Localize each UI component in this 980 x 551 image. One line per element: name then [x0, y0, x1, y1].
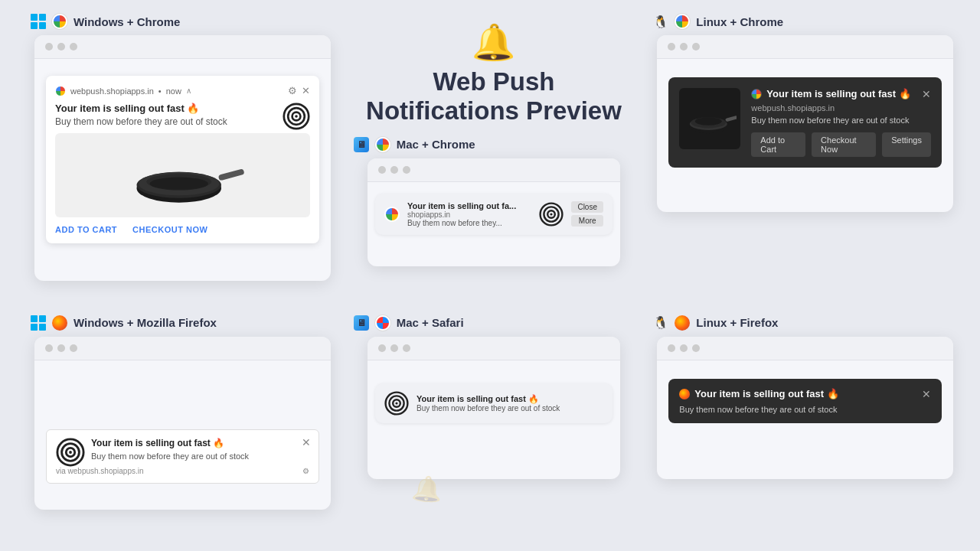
linux-firefox-title-left: Your item is selling out fast 🔥 [679, 388, 838, 399]
linux-chrome-label: 🐧 Linux + Chrome [649, 14, 961, 29]
wf-dot2 [57, 344, 65, 352]
hero-bell-icon: 🔔 [366, 21, 622, 63]
mac-chrome-notif-title: Your item is selling out fa... [407, 201, 531, 210]
chrome-small-icon [55, 86, 66, 96]
mc-dot1 [378, 166, 386, 174]
mc-dot3 [403, 166, 410, 174]
linux-notif-site: webpush.shopiapps.in [751, 103, 931, 112]
ms-dot1 [378, 344, 386, 352]
windows-chrome-browser: webpush.shopiapps.in • now ∧ ⚙ ✕ Your it… [34, 35, 331, 281]
firefox-win-notif-body-text: Buy them now before they are out of stoc… [91, 452, 309, 461]
notif-icons-wc: ⚙ ✕ [288, 85, 310, 96]
swirl-logo-mc [539, 202, 564, 227]
notif-body-wc: Buy them now before they are out of stoc… [55, 116, 276, 127]
mac-icon-safari-label: 🖥 [354, 315, 369, 331]
notif-text-wc: Your item is selling out fast 🔥 Buy them… [55, 103, 276, 133]
pan-svg [117, 137, 247, 214]
firefox-win-notif-wrapper: ✕ Your item is selling out fast 🔥 [42, 429, 323, 484]
linux-notif-body: Buy them now before they are out of stoc… [751, 116, 931, 125]
mac-chrome-notif-btns: Close More [571, 201, 603, 227]
mac-chrome-notification: Your item is selling out fa... shopiapps… [375, 194, 612, 235]
hero-title: Web Push Notifications Preview [366, 67, 622, 126]
close-icon-lf[interactable]: ✕ [922, 388, 931, 400]
lc-dot2 [680, 43, 688, 51]
lf-dot1 [668, 344, 675, 352]
checkout-now-button-lc[interactable]: Checkout Now [812, 132, 876, 157]
windows-firefox-browser: ✕ Your item is selling out fast 🔥 [34, 337, 331, 510]
windows-firefox-title: Windows + Mozilla Firefox [74, 316, 217, 329]
firefox-win-notif-text: Your item is selling out fast 🔥 Buy them… [91, 438, 309, 467]
linux-notif-image [679, 88, 740, 149]
mac-safari-notif-title: Your item is selling out fast 🔥 [416, 394, 603, 404]
linux-firefox-label: 🐧 Linux + Firefox [649, 315, 961, 331]
center-section: 🔔 Web Push Notifications Preview 🖥 Mac +… [338, 14, 650, 315]
hero-title-line1: Web Push [433, 67, 555, 96]
mac-safari-notif-text: Your item is selling out fast 🔥 Buy them… [416, 394, 603, 412]
windows-icon-ff [31, 315, 46, 331]
wf-dot3 [70, 344, 77, 352]
add-to-cart-button-wc[interactable]: ADD TO CART [55, 225, 117, 234]
dot2 [57, 43, 65, 51]
linux-icon-ff-label: 🐧 [653, 315, 668, 331]
notif-actions-wc: ADD TO CART CHECKOUT NOW [55, 225, 310, 234]
close-icon-wf[interactable]: ✕ [302, 436, 311, 448]
chrome-icon-mc-notif [384, 207, 400, 222]
firefox-win-notif-body: Your item is selling out fast 🔥 Buy them… [56, 438, 309, 467]
dot3 [70, 43, 77, 51]
svg-rect-7 [218, 168, 245, 181]
svg-point-9 [150, 178, 209, 191]
swirl-logo-wf [56, 438, 85, 467]
more-button-mc[interactable]: More [571, 215, 603, 227]
firefox-via-text: via webpush.shopiapps.in [56, 467, 144, 475]
svg-point-3 [295, 115, 298, 118]
browser-content-lf: Your item is selling out fast 🔥 ✕ Buy th… [657, 360, 953, 479]
mac-safari-notification: Your item is selling out fast 🔥 Buy them… [375, 383, 612, 423]
close-icon-wc[interactable]: ✕ [302, 85, 310, 96]
gear-icon[interactable]: ⚙ [288, 85, 297, 96]
linux-chrome-title: Linux + Chrome [696, 15, 783, 28]
lc-dot1 [668, 43, 675, 51]
close-icon-lc[interactable]: ✕ [922, 88, 931, 100]
mac-chrome-notif-site: shopiapps.in [407, 210, 531, 219]
windows-firefox-label: Windows + Mozilla Firefox [27, 315, 338, 331]
close-button-mc[interactable]: Close [571, 201, 603, 213]
settings-button-lc[interactable]: Settings [882, 132, 931, 157]
mc-dot2 [390, 166, 398, 174]
checkout-now-button-wc[interactable]: CHECKOUT NOW [132, 225, 207, 234]
ms-dot2 [390, 344, 398, 352]
linux-notif-title-text: Your item is selling out fast 🔥 [766, 88, 910, 99]
add-to-cart-button-lc[interactable]: Add to Cart [751, 132, 805, 157]
linux-chrome-browser: Your item is selling out fast 🔥 ✕ webpus… [657, 35, 953, 212]
linux-notif-actions: Add to Cart Checkout Now Settings [751, 132, 931, 157]
mac-safari-notif-body: Buy them now before they are out of stoc… [416, 404, 603, 412]
linux-notif-title-row: Your item is selling out fast 🔥 ✕ [751, 88, 931, 100]
windows-chrome-label: Windows + Chrome [27, 14, 338, 29]
linux-firefox-notif-title: Your item is selling out fast 🔥 [694, 388, 838, 399]
lf-dot2 [680, 344, 688, 352]
mac-chrome-label: 🖥 Mac + Chrome [338, 137, 475, 152]
linux-chrome-notification: Your item is selling out fast 🔥 ✕ webpus… [668, 77, 942, 168]
browser-titlebar-wf [34, 337, 331, 360]
linux-notif-content: Your item is selling out fast 🔥 ✕ webpus… [751, 88, 931, 157]
swirl-logo-wc [283, 103, 310, 130]
gear-icon-wf[interactable]: ⚙ [302, 467, 309, 475]
linux-notif-title-left: Your item is selling out fast 🔥 [751, 88, 910, 99]
notif-image-wc [55, 133, 310, 217]
ms-dot3 [403, 344, 410, 352]
browser-content-wc: webpush.shopiapps.in • now ∧ ⚙ ✕ Your it… [34, 59, 331, 281]
mac-safari-title: Mac + Safari [397, 316, 464, 329]
firefox-win-notification: ✕ Your item is selling out fast 🔥 [46, 429, 319, 484]
browser-content-wf: ✕ Your item is selling out fast 🔥 [34, 360, 331, 510]
svg-point-22 [69, 451, 72, 454]
dot1 [45, 43, 53, 51]
wf-dot1 [45, 344, 53, 352]
browser-content-ms: Your item is selling out fast 🔥 Buy them… [368, 360, 620, 479]
linux-firefox-title-row: Your item is selling out fast 🔥 ✕ [679, 388, 931, 400]
notif-header-wc: webpush.shopiapps.in • now ∧ ⚙ ✕ [55, 85, 310, 96]
linux-firefox-browser: Your item is selling out fast 🔥 ✕ Buy th… [657, 337, 953, 479]
browser-titlebar-wc [34, 35, 331, 59]
browser-titlebar-ms [368, 337, 620, 360]
linux-icon-label: 🐧 [653, 14, 668, 29]
firefox-icon-lf-notif [679, 389, 690, 399]
linux-firefox-notification: Your item is selling out fast 🔥 ✕ Buy th… [668, 379, 942, 423]
